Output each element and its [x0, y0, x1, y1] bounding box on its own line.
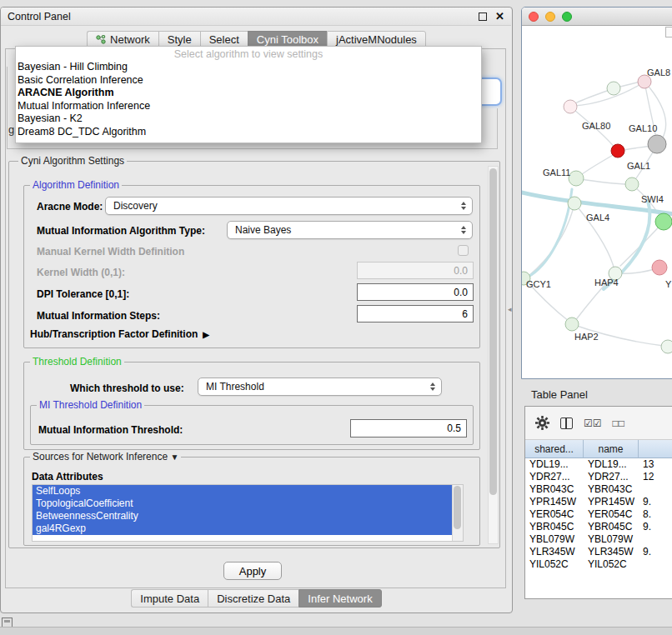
select-all-checkbox-icon[interactable]: ☑☑ — [584, 418, 602, 429]
dpi-tolerance-input[interactable]: 0.0 — [357, 283, 474, 301]
attributes-scrollbar-thumb[interactable] — [454, 486, 461, 529]
settings-scrollbar[interactable] — [488, 166, 499, 544]
table-body: YDL19...YDL19...13YDR27...YDR27...12YBR0… — [525, 458, 672, 571]
network-node[interactable] — [648, 135, 666, 153]
hidden-label-fragment: g — [8, 123, 14, 136]
minimize-traffic-light-icon[interactable] — [545, 12, 555, 22]
table-row[interactable]: YBR045CYBR045C9. — [525, 521, 672, 533]
aracne-mode-label: Aracne Mode: — [37, 201, 103, 212]
tab-discretize-data[interactable]: Discretize Data — [208, 589, 298, 608]
bottom-tabs: Impute DataDiscretize DataInfer Network — [0, 589, 513, 608]
table-cell — [639, 558, 672, 571]
network-node-label: Y — [665, 279, 672, 289]
manual-kernel-width-checkbox[interactable] — [458, 245, 469, 256]
table-cell: YBR043C — [525, 483, 584, 496]
column-header[interactable]: shared... — [525, 440, 584, 458]
algorithm-option[interactable]: Bayesian - K2 — [16, 112, 481, 126]
mi-algorithm-type-select[interactable]: Naive Bayes — [227, 221, 473, 239]
sources-title[interactable]: Sources for Network Inference ▼ — [30, 451, 181, 462]
tab-label: Cyni Toolbox — [257, 33, 318, 46]
table-panel-title: Table Panel — [531, 388, 588, 401]
attribute-item[interactable]: TopologicalCoefficient — [33, 498, 452, 510]
network-node[interactable] — [611, 144, 624, 158]
data-attributes-list[interactable]: SelfLoopsTopologicalCoefficientBetweenne… — [32, 484, 464, 542]
attributes-list-scrollbar[interactable] — [452, 485, 463, 541]
network-node-label: SWI4 — [641, 194, 664, 204]
algorithm-definition-title: Algorithm Definition — [30, 179, 122, 191]
mi-threshold-definition-title: MI Threshold Definition — [37, 399, 144, 411]
network-edge — [576, 178, 629, 184]
network-node[interactable] — [661, 340, 672, 353]
network-node[interactable] — [625, 178, 639, 191]
algorithm-option[interactable]: Dream8 DC_TDC Algorithm — [16, 126, 481, 139]
table-cell: YBL079W — [525, 533, 584, 546]
panel-title: Control Panel — [8, 11, 71, 22]
aracne-mode-select[interactable]: Discovery — [105, 197, 473, 215]
zoom-traffic-light-icon[interactable] — [562, 12, 572, 22]
mi-threshold-label: Mutual Information Threshold: — [38, 424, 183, 436]
hub-transcription-factor-toggle[interactable]: Hub/Transcription Factor Definition ▶ — [30, 328, 209, 340]
hidden-groupbox-border — [7, 67, 8, 148]
attribute-item[interactable]: gal4RGexp — [33, 522, 452, 535]
network-node-label: GCY1 — [526, 279, 551, 289]
combo-arrows-icon — [430, 382, 435, 391]
network-tab-icon — [96, 35, 106, 44]
close-traffic-light-icon[interactable] — [529, 12, 539, 22]
tab-infer-network[interactable]: Infer Network — [298, 589, 381, 608]
network-edge — [644, 82, 657, 142]
column-header[interactable]: name — [584, 440, 639, 458]
gear-icon[interactable] — [535, 416, 549, 430]
table-row[interactable]: YBL079WYBL079W — [525, 533, 672, 546]
apply-button[interactable]: Apply — [223, 562, 282, 580]
table-row[interactable]: YIL052CYIL052C — [525, 558, 672, 571]
algorithm-option[interactable]: Mutual Information Inference — [16, 100, 481, 113]
settings-scrollbar-thumb[interactable] — [489, 168, 497, 495]
table-cell: 8. — [639, 508, 672, 521]
close-icon[interactable]: ✕ — [495, 11, 504, 22]
algorithm-option[interactable]: ARACNE Algorithm — [16, 87, 481, 100]
network-node[interactable] — [564, 100, 577, 113]
table-row[interactable]: YDL19...YDL19...13 — [525, 458, 672, 471]
table-cell: YBR045C — [584, 521, 639, 533]
attribute-item[interactable]: BetweennessCentrality — [33, 510, 452, 522]
table-row[interactable]: YPR145WYPR145W9. — [525, 496, 672, 508]
network-node-label: GAL4 — [586, 212, 609, 222]
table-cell: 9. — [639, 521, 672, 533]
network-node[interactable] — [607, 82, 620, 95]
kernel-width-label: Kernel Width (0,1): — [37, 267, 125, 278]
table-cell: YDR27... — [525, 471, 584, 483]
network-node[interactable] — [569, 171, 584, 186]
table-row[interactable]: YDR27...YDR27...12 — [525, 471, 672, 483]
network-node[interactable] — [568, 197, 581, 210]
mi-threshold-input[interactable]: 0.5 — [350, 419, 467, 438]
algorithm-option[interactable]: Bayesian - Hill Climbing — [16, 61, 481, 74]
mi-steps-input[interactable]: 6 — [357, 305, 474, 322]
algorithm-option[interactable]: Basic Correlation Inference — [16, 74, 481, 88]
manual-kernel-width-label: Manual Kernel Width Definition — [37, 246, 184, 258]
attribute-item[interactable]: SelfLoops — [33, 485, 452, 498]
tab-impute-data[interactable]: Impute Data — [131, 589, 208, 608]
combo-arrows-icon — [461, 202, 466, 210]
column-header[interactable] — [639, 440, 672, 458]
deselect-all-checkbox-icon[interactable]: □□ — [613, 418, 625, 429]
hidden-groupbox-border — [497, 108, 498, 148]
network-window-titlebar[interactable] — [522, 8, 672, 26]
sources-title-label: Sources for Network Inference — [33, 451, 168, 462]
float-window-icon[interactable] — [479, 12, 487, 21]
network-canvas[interactable]: GAL8GAL80GAL10GAL11GAL1SWI4GAL4GCY1HAP4Y… — [522, 26, 672, 378]
network-view-window: GAL8GAL80GAL10GAL11GAL1SWI4GAL4GCY1HAP4Y… — [521, 7, 672, 379]
table-row[interactable]: YBR043CYBR043C — [525, 483, 672, 496]
network-node[interactable] — [655, 213, 672, 230]
mi-steps-value: 6 — [462, 308, 468, 320]
dropdown-placeholder: Select algorithm to view settings — [16, 48, 481, 61]
aracne-mode-value: Discovery — [113, 200, 158, 212]
splitter-handle[interactable]: ◂ — [508, 305, 512, 313]
tab-label: Select — [209, 33, 239, 46]
table-row[interactable]: YER054CYER054C8. — [525, 508, 672, 521]
table-row[interactable]: YLR345WYLR345W9. — [525, 546, 672, 558]
columns-icon[interactable] — [560, 418, 573, 429]
combo-arrows-icon — [461, 226, 466, 234]
network-node[interactable] — [565, 318, 579, 331]
network-node[interactable] — [652, 260, 667, 275]
which-threshold-select[interactable]: MI Threshold — [198, 378, 442, 396]
